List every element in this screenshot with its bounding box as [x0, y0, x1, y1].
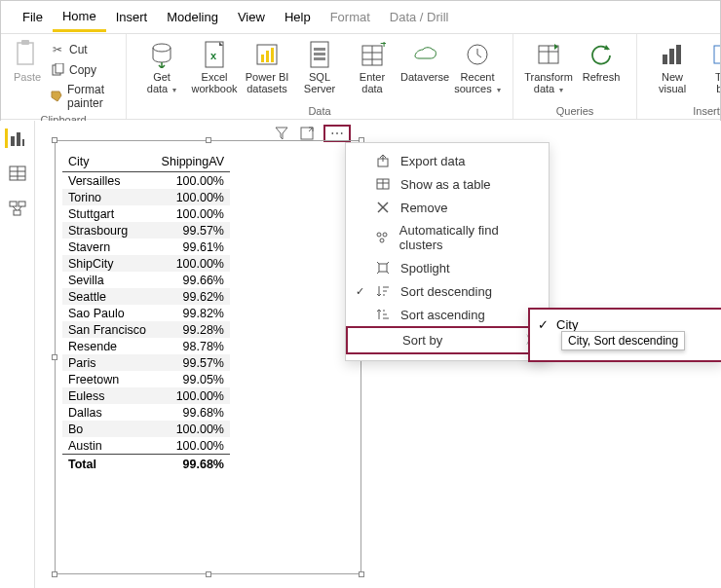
menubar-tab-format[interactable]: Format	[321, 4, 380, 30]
table-row[interactable]: San Francisco99.28%	[62, 321, 230, 338]
refresh-button[interactable]: Refresh	[576, 38, 626, 85]
ctx-export-data[interactable]: Export data	[346, 149, 549, 172]
menubar-tab-view[interactable]: View	[228, 4, 275, 30]
dataverse-button[interactable]: Dataverse	[399, 38, 450, 85]
ctx-spotlight[interactable]: Spotlight	[346, 256, 549, 279]
table-icon	[375, 176, 391, 192]
menubar-tab-home[interactable]: Home	[53, 3, 106, 32]
ctx-remove[interactable]: Remove	[346, 196, 549, 219]
table-row[interactable]: Torino100.00%	[62, 189, 230, 205]
group-label-data: Data	[136, 103, 503, 117]
svg-rect-25	[669, 49, 674, 64]
ribbon: Paste ✂Cut Copy Format painter Clipboard…	[1, 34, 720, 120]
text_box-button[interactable]: ATextbox	[700, 38, 721, 96]
table-row[interactable]: Versailles100.00%	[62, 172, 230, 190]
col-header-shipping[interactable]: ShippingAV	[154, 152, 230, 172]
copy-icon	[50, 62, 65, 78]
table-row[interactable]: Austin100.00%	[62, 437, 230, 455]
table-row[interactable]: Seattle99.62%	[62, 288, 230, 305]
transform-icon	[534, 40, 563, 69]
col-header-city[interactable]: City	[62, 152, 154, 172]
format-painter-button[interactable]: Format painter	[46, 81, 116, 112]
report-view-icon[interactable]	[5, 129, 24, 148]
excel-button[interactable]: xExcelworkbook	[189, 38, 240, 96]
table-row[interactable]: Stuttgart100.00%	[62, 205, 230, 222]
svg-text:x: x	[210, 50, 217, 61]
model-view-icon[interactable]	[8, 199, 27, 218]
svg-rect-29	[11, 136, 15, 146]
menubar-tab-insert[interactable]: Insert	[106, 4, 158, 30]
table-row[interactable]: Paris99.57%	[62, 354, 230, 371]
ctx-show-as-a-table[interactable]: Show as a table	[346, 172, 549, 196]
clusters-icon	[375, 230, 390, 245]
table-visual[interactable]: City ShippingAV Versailles100.00%Torino1…	[62, 152, 230, 473]
sql-icon	[305, 40, 334, 69]
export-icon	[375, 153, 391, 168]
table-row[interactable]: Stavern99.61%	[62, 239, 230, 255]
menubar-tab-file[interactable]: File	[13, 4, 53, 30]
table-row[interactable]: Sao Paulo99.82%	[62, 305, 230, 321]
menubar-tab-data-drill[interactable]: Data / Drill	[380, 4, 459, 30]
paste-button[interactable]: Paste	[11, 38, 44, 85]
copy-button[interactable]: Copy	[46, 60, 116, 80]
recent-icon	[463, 40, 492, 69]
svg-line-54	[377, 272, 379, 274]
excel-icon: x	[200, 40, 229, 69]
dataverse-icon	[410, 40, 439, 69]
svg-rect-3	[56, 63, 63, 73]
svg-text:+: +	[380, 42, 386, 51]
transform-button[interactable]: Transformdata ▾	[523, 38, 574, 97]
table-row[interactable]: Euless100.00%	[62, 387, 230, 404]
menubar-tab-modeling[interactable]: Modeling	[157, 4, 228, 30]
svg-line-39	[13, 206, 17, 210]
sql-button[interactable]: SQLServer	[294, 38, 345, 96]
refresh-icon	[587, 40, 616, 69]
get_data-icon	[147, 40, 176, 69]
svg-rect-24	[663, 55, 667, 64]
group-label-queries: Queries	[523, 103, 626, 117]
spotlight-icon	[375, 260, 391, 276]
table-row[interactable]: Bo100.00%	[62, 421, 230, 437]
table-row[interactable]: ShipCity100.00%	[62, 255, 230, 272]
pbi_ds-button[interactable]: Power BIdatasets	[242, 38, 292, 96]
svg-rect-31	[22, 139, 24, 146]
group-label-insert: Insert	[647, 103, 721, 117]
ctx-automatically-find-clusters[interactable]: Automatically find clusters	[346, 219, 549, 256]
table-row[interactable]: Sevilla99.66%	[62, 272, 230, 288]
table-total-row: Total99.68%	[62, 455, 230, 473]
svg-rect-10	[271, 48, 274, 62]
paste-icon	[13, 40, 42, 69]
table-row[interactable]: Freetown99.05%	[62, 371, 230, 387]
text_box-icon: A	[710, 40, 721, 69]
svg-rect-30	[17, 132, 20, 146]
svg-rect-51	[379, 264, 387, 272]
get_data-button[interactable]: Getdata ▾	[136, 38, 187, 97]
svg-rect-12	[314, 48, 325, 51]
table-row[interactable]: Strasbourg99.57%	[62, 222, 230, 239]
menubar-tab-help[interactable]: Help	[275, 4, 321, 30]
ctx-sort-descending[interactable]: ✓Sort descending	[346, 279, 549, 303]
enter-icon: +	[358, 40, 387, 69]
svg-rect-9	[266, 51, 269, 62]
svg-point-4	[153, 44, 171, 52]
sort-desc-icon	[375, 283, 391, 299]
report-canvas[interactable]: ⋯ City ShippingAV Versailles100.00%Torin…	[35, 121, 721, 588]
menubar: FileHomeInsertModelingViewHelpFormatData…	[1, 1, 720, 34]
enter-button[interactable]: +Enterdata	[347, 38, 398, 96]
svg-rect-26	[676, 45, 681, 64]
data-view-icon[interactable]	[8, 164, 27, 183]
svg-rect-14	[314, 57, 325, 60]
blank-icon	[377, 333, 393, 349]
ctx-sort-by[interactable]: Sort by〉	[346, 326, 549, 354]
cut-button[interactable]: ✂Cut	[46, 40, 116, 59]
check-icon: ✓	[538, 317, 549, 332]
remove-icon	[375, 200, 391, 215]
visual-context-menu: Export dataShow as a tableRemoveAutomati…	[345, 142, 550, 361]
format-painter-icon	[50, 89, 63, 104]
table-row[interactable]: Dallas99.68%	[62, 404, 230, 421]
table-row[interactable]: Resende98.78%	[62, 338, 230, 354]
scissors-icon: ✂	[50, 42, 65, 57]
ctx-sort-ascending[interactable]: Sort ascending	[346, 303, 549, 326]
new_visual-button[interactable]: Newvisual	[647, 38, 698, 96]
recent-button[interactable]: Recentsources ▾	[452, 38, 503, 97]
